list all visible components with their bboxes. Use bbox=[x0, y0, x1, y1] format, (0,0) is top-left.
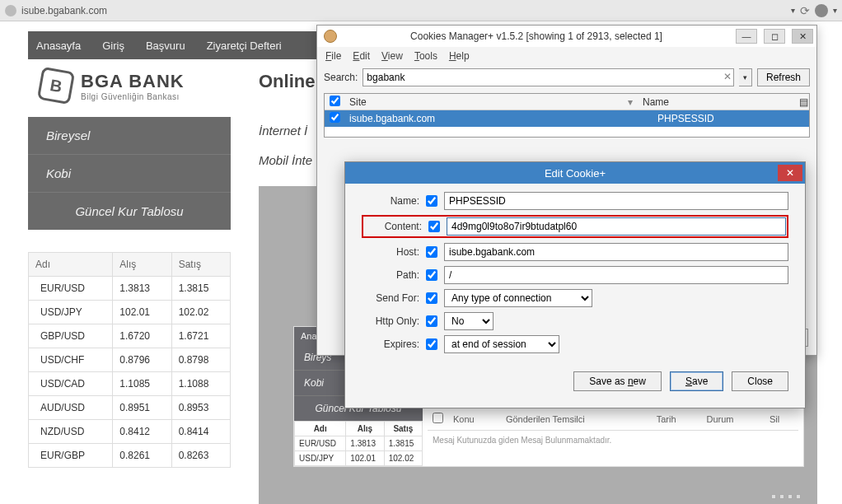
globe-icon bbox=[5, 5, 16, 16]
ec-title: Edit Cookie+ bbox=[545, 167, 606, 180]
label-httponly: Http Only: bbox=[362, 315, 419, 327]
save-as-new-button[interactable]: Save as new bbox=[573, 371, 662, 391]
status-dots bbox=[771, 494, 801, 499]
reload-icon[interactable]: ⟳ bbox=[800, 4, 810, 17]
refresh-button[interactable]: Refresh bbox=[757, 68, 810, 86]
menu-edit[interactable]: Edit bbox=[353, 50, 370, 62]
chk-sendfor[interactable] bbox=[426, 292, 437, 304]
row-site: isube.bgabank.com bbox=[344, 113, 653, 124]
kur-row: USD/CAD1.10851.1088 bbox=[29, 372, 231, 396]
logo-text: BGA BANK bbox=[81, 71, 185, 92]
cm-menubar: File Edit View Tools Help bbox=[317, 47, 816, 65]
search-label: Search: bbox=[324, 72, 358, 83]
chk-name[interactable] bbox=[426, 195, 437, 207]
history-dropdown-icon[interactable]: ▾ bbox=[791, 6, 795, 15]
mini-outbox-empty: Mesaj Kutunuzda giden Mesaj Bulunmamakta… bbox=[428, 431, 798, 450]
sidebar-kur-title: Güncel Kur Tablosu bbox=[28, 193, 231, 230]
col-name[interactable]: Name bbox=[638, 96, 794, 108]
kur-th-buy: Alış bbox=[113, 253, 171, 277]
edit-cookie-dialog: Edit Cookie+ ✕ Name: Content: Host: Path… bbox=[344, 161, 806, 408]
label-content: Content: bbox=[364, 221, 422, 232]
input-content[interactable] bbox=[447, 217, 786, 236]
sidebar-item-kobi[interactable]: Kobi bbox=[28, 155, 231, 193]
logo-sub: Bilgi Güvenliğin Bankası bbox=[81, 92, 185, 101]
cm-titlebar[interactable]: Cookies Manager+ v1.5.2 [showing 1 of 29… bbox=[317, 26, 816, 47]
label-sendfor: Send For: bbox=[362, 292, 419, 304]
input-host[interactable] bbox=[444, 243, 788, 261]
save-button[interactable]: Save bbox=[670, 371, 723, 391]
mobil-link[interactable]: Mobil İnte bbox=[259, 153, 312, 167]
minimize-button[interactable]: — bbox=[736, 29, 757, 44]
close-window-button[interactable]: ✕ bbox=[792, 29, 813, 44]
select-sendfor[interactable]: Any type of connection bbox=[444, 289, 592, 307]
menu-help[interactable]: Help bbox=[449, 50, 470, 62]
cookie-row[interactable]: isube.bgabank.com PHPSESSID bbox=[325, 110, 809, 127]
input-name[interactable] bbox=[444, 192, 788, 210]
nav-anasayfa[interactable]: Anasayfa bbox=[36, 40, 81, 52]
cookie-icon bbox=[324, 30, 337, 43]
nav-ziyaretci[interactable]: Ziyaretçi Defteri bbox=[207, 40, 282, 52]
cookie-list: Site ▾ Name ▤ isube.bgabank.com PHPSESSI… bbox=[324, 93, 810, 138]
kur-th-name: Adı bbox=[29, 253, 113, 277]
column-picker-icon[interactable]: ▤ bbox=[794, 96, 809, 108]
cm-title: Cookies Manager+ v1.5.2 [showing 1 of 29… bbox=[344, 30, 729, 42]
label-expires: Expires: bbox=[362, 338, 419, 350]
kur-row: EUR/GBP0.82610.8263 bbox=[29, 444, 231, 468]
select-all-checkbox[interactable] bbox=[330, 96, 340, 106]
search-dropdown-icon[interactable]: ▾ bbox=[739, 68, 752, 86]
kur-row: GBP/USD1.67201.6721 bbox=[29, 324, 231, 348]
maximize-button[interactable]: ◻ bbox=[764, 29, 785, 44]
select-expires[interactable]: at end of session bbox=[444, 335, 559, 353]
logo-mark: B bbox=[37, 67, 75, 105]
menu-view[interactable]: View bbox=[381, 50, 403, 62]
mini-kur-table: AdıAlışSatış EUR/USD1.38131.3815 USD/JPY… bbox=[294, 421, 423, 466]
sidebar-item-bireysel[interactable]: Bireysel bbox=[28, 117, 231, 155]
menu-file[interactable]: File bbox=[325, 50, 341, 62]
nav-basvuru[interactable]: Başvuru bbox=[146, 40, 185, 52]
search-input[interactable] bbox=[363, 68, 734, 86]
sort-caret-icon: ▾ bbox=[628, 96, 633, 108]
ec-titlebar[interactable]: Edit Cookie+ ✕ bbox=[345, 162, 805, 184]
label-path: Path: bbox=[362, 269, 419, 281]
chk-expires[interactable] bbox=[426, 338, 437, 350]
chk-path[interactable] bbox=[426, 269, 437, 281]
kur-table: Adı Alış Satış EUR/USD1.38131.3815 USD/J… bbox=[28, 252, 231, 468]
label-name: Name: bbox=[362, 195, 419, 207]
kur-th-sell: Satış bbox=[171, 253, 230, 277]
col-site[interactable]: Site ▾ bbox=[344, 96, 638, 108]
sidebar: Bireysel Kobi Güncel Kur Tablosu bbox=[28, 117, 231, 230]
kur-row: NZD/USD0.84120.8414 bbox=[29, 420, 231, 444]
label-host: Host: bbox=[362, 246, 419, 258]
nav-giris[interactable]: Giriş bbox=[102, 40, 124, 52]
chk-content[interactable] bbox=[428, 221, 440, 232]
ec-close-button[interactable]: Close bbox=[732, 371, 788, 391]
mini-outbox-table: Konu Gönderilen Temsilci Tarih Durum Sil bbox=[428, 408, 798, 431]
chk-host[interactable] bbox=[426, 246, 437, 258]
kur-row: USD/CHF0.87960.8798 bbox=[29, 348, 231, 372]
row-name: PHPSESSID bbox=[653, 113, 809, 124]
kur-row: USD/JPY102.01102.02 bbox=[29, 301, 231, 324]
settings-dropdown-icon[interactable]: ▾ bbox=[833, 6, 837, 15]
mini-outbox-checkall[interactable] bbox=[433, 413, 443, 423]
ec-close-icon[interactable]: ✕ bbox=[778, 165, 802, 181]
internet-link[interactable]: İnternet İ bbox=[259, 124, 307, 138]
logo: B BGA BANK Bilgi Güvenliğin Bankası bbox=[40, 69, 185, 102]
menu-tools[interactable]: Tools bbox=[414, 50, 437, 62]
chk-httponly[interactable] bbox=[426, 315, 437, 327]
select-httponly[interactable]: No bbox=[444, 312, 494, 330]
input-path[interactable] bbox=[444, 266, 788, 284]
row-checkbox[interactable] bbox=[330, 112, 340, 123]
clear-search-icon[interactable]: ✕ bbox=[721, 71, 734, 84]
kur-row: AUD/USD0.89510.8953 bbox=[29, 396, 231, 420]
browser-address-bar: isube.bgabank.com ▾ ⟳ ▾ bbox=[0, 0, 842, 21]
url-text[interactable]: isube.bgabank.com bbox=[21, 5, 786, 16]
kur-row: EUR/USD1.38131.3815 bbox=[29, 277, 231, 301]
settings-globe-icon[interactable] bbox=[815, 4, 828, 17]
